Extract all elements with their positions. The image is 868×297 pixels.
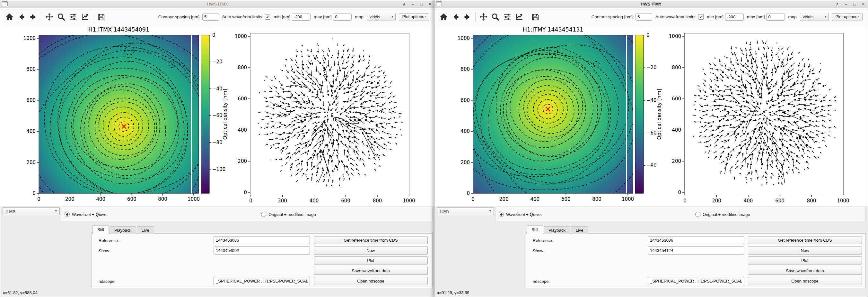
tab-live[interactable]: Live [571,226,588,234]
open-ndscope-button[interactable]: Open ndscope [748,277,862,285]
back-icon[interactable] [17,12,26,21]
forward-icon[interactable] [463,12,472,21]
min-input[interactable] [725,14,744,21]
svg-text:−20: −20 [212,59,222,65]
plot-button[interactable]: Plot [748,256,862,265]
maximize-button[interactable]: □ [420,0,423,8]
show-label: Show: [533,248,544,253]
svg-text:−80: −80 [646,163,657,169]
plot-button[interactable]: Plot [314,256,428,265]
svg-text:−20: −20 [646,65,657,71]
auto-limits-checkbox[interactable]: ✓ [265,14,270,20]
tab-playback[interactable]: Playback [110,226,136,234]
svg-text:0: 0 [471,196,475,202]
back-icon[interactable] [451,12,460,21]
tab-still[interactable]: Still [92,225,109,234]
tab-still[interactable]: Still [527,225,543,234]
maximize-button[interactable]: □ [854,0,856,8]
edit-axes-icon[interactable] [81,12,89,21]
titlebar[interactable]: HWS ITMY ∧ – □ × [434,0,868,8]
svg-text:0: 0 [646,32,650,38]
close-button[interactable]: × [862,0,865,8]
get-reference-button[interactable]: Get reference time from CDS [314,236,428,244]
save-icon[interactable] [531,12,539,21]
plot-options-button[interactable]: Plot optionsˇ [399,13,429,21]
svg-text:200: 200 [461,160,470,165]
pan-icon[interactable] [479,12,488,21]
plot-options-button[interactable]: Plot optionsˇ [832,13,863,21]
svg-text:−40: −40 [212,86,222,92]
ndscope-input[interactable] [648,277,744,285]
auto-limits-checkbox[interactable]: ✓ [698,14,704,20]
now-button[interactable]: Now [314,246,428,254]
save-wavefront-button[interactable]: Save wavefront data [314,267,428,275]
still-form: Reference: Get reference time from CDS S… [526,233,866,288]
get-reference-button[interactable]: Get reference time from CDS [748,236,862,244]
svg-text:800: 800 [373,198,382,204]
zoom-icon[interactable] [491,12,500,21]
dropdown-arrow-icon: ▾ [55,209,57,213]
app-window: HWS ITMX ∧ – □ × Contour spacing [nm]: A… [0,0,435,297]
show-input[interactable] [648,246,744,254]
tab-playback[interactable]: Playback [544,226,570,234]
configure-subplots-icon[interactable] [503,12,512,21]
now-button[interactable]: Now [748,246,862,254]
reference-input[interactable] [648,236,744,244]
shade-button[interactable]: ∧ [403,0,406,8]
home-icon[interactable] [439,12,448,21]
radio-wavefront-quiver[interactable]: Wavefront + Quiver [499,207,542,221]
radio-icon [695,212,701,217]
tab-live[interactable]: Live [137,226,154,234]
optic-select[interactable]: ITMY ▾ [437,207,494,215]
radio-wavefront-quiver[interactable]: Wavefront + Quiver [65,207,108,221]
svg-text:600: 600 [127,196,136,202]
contour-spacing-label: Contour spacing [nm]: [591,15,634,19]
ndscope-input[interactable] [214,277,310,285]
save-wavefront-button[interactable]: Save wavefront data [748,267,862,275]
pan-icon[interactable] [45,12,54,21]
zoom-icon[interactable] [57,12,65,21]
minimize-button[interactable]: – [412,0,414,8]
svg-text:200: 200 [238,158,247,164]
dropdown-arrow-icon: ▾ [489,209,491,213]
map-label: map [355,15,363,19]
auto-limits-label: Auto wavefront limits: [222,15,263,19]
figure-canvas[interactable]: H1:ITMY 14434541311000800600400200002004… [434,26,868,207]
reference-input[interactable] [214,236,310,244]
radio-icon [499,212,504,217]
edit-axes-icon[interactable] [515,12,523,21]
minimize-button[interactable]: – [845,0,847,8]
colormap-select[interactable]: viridis ▾ [800,13,829,21]
contour-spacing-input[interactable] [202,14,219,21]
svg-text:400: 400 [26,128,36,134]
dropdown-arrow-icon: ▾ [392,15,393,19]
svg-text:800: 800 [807,198,816,204]
configure-subplots-icon[interactable] [69,12,78,21]
radio-original-modified[interactable]: Original + modified image [695,207,750,221]
checkmark-icon: ✓ [699,15,703,19]
open-ndscope-button[interactable]: Open ndscope [314,277,428,285]
colormap-select[interactable]: viridis ▾ [367,13,396,21]
home-icon[interactable] [5,12,14,21]
svg-text:200: 200 [499,196,509,202]
optic-select[interactable]: ITMX ▾ [3,207,60,215]
min-input[interactable] [292,14,311,21]
radio-icon [65,212,70,217]
max-input[interactable] [766,14,785,21]
display-mode-panel: Wavefront + Quiver Original + modified i… [495,207,866,221]
save-icon[interactable] [97,12,105,21]
max-input[interactable] [333,14,352,21]
ndscope-label: ndscope: [533,279,550,284]
show-input[interactable] [214,246,310,254]
figure-canvas[interactable]: H1:ITMX 14434540911000800600400200002004… [0,26,434,207]
shade-button[interactable]: ∧ [836,0,839,8]
contour-spacing-input[interactable] [636,14,652,21]
cursor-position: x=61.82, y=583.04 [3,290,38,295]
titlebar[interactable]: HWS ITMX ∧ – □ × [0,0,434,8]
close-button[interactable]: × [429,0,431,8]
toolbar-separator [475,12,475,22]
status-bar: x=91.29, y=33.59 [437,290,469,295]
svg-text:−60: −60 [212,113,222,118]
forward-icon[interactable] [29,12,38,21]
radio-original-modified[interactable]: Original + modified image [261,207,316,221]
